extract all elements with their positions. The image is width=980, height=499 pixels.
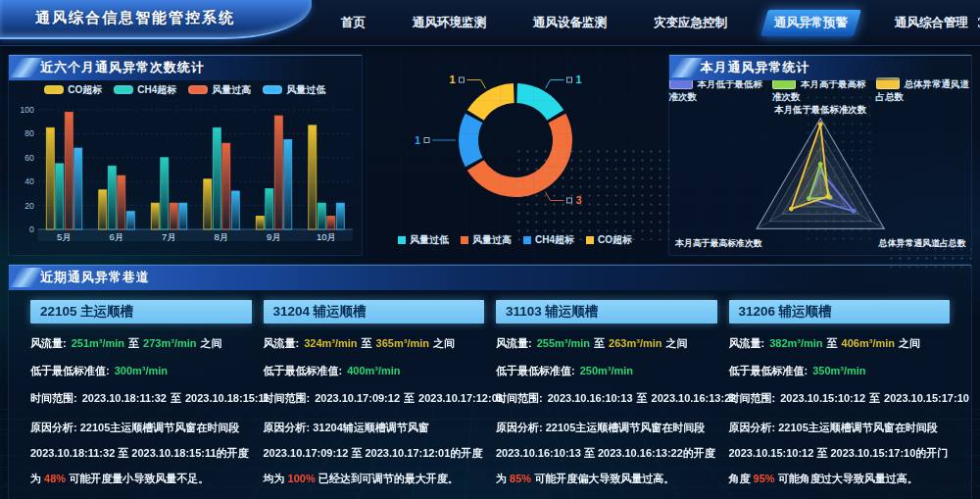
tunnel-card-body: 风流量:382m³/min至406m³/min之间 低于最低标准值:350m³/… <box>729 336 951 492</box>
radar-chart: 本月低于最低标准次数总体异常通风道占总数本月高于最高标准次数 <box>669 100 971 253</box>
panel-tunnels-title: 近期通风异常巷道 <box>9 265 971 290</box>
app-logo-banner: 通风综合信息智能管控系统 <box>0 0 312 39</box>
flow-min: 382m³/min <box>769 337 822 349</box>
svg-text:80: 80 <box>24 128 34 138</box>
svg-text:5月: 5月 <box>57 231 72 242</box>
legend-swatch <box>398 236 406 244</box>
tunnel-card-body: 风流量:324m³/min至365m³/min之间 低于最低标准值:400m³/… <box>264 336 485 492</box>
main-nav: 首页 通风环境监测 通风设备监测 灾变应急控制 通风异常预警 通风综合管理 <box>331 10 978 36</box>
time-end: 2023.10.15:17:10 <box>884 392 969 404</box>
svg-text:100: 100 <box>21 105 34 115</box>
analysis-row: 原因分析:31204辅运顺槽调节风窗 2023.10.17:09:12 至 20… <box>264 416 485 492</box>
dashboard: 通风综合信息智能管控系统 首页 通风环境监测 通风设备监测 灾变应急控制 通风异… <box>0 0 980 499</box>
flow-row: 风流量:382m³/min至406m³/min之间 <box>729 336 951 351</box>
time-end: 2023.10.17:12:01 <box>418 392 504 404</box>
svg-text:7月: 7月 <box>162 231 176 242</box>
standard-value: 300m³/min <box>115 365 168 376</box>
panel-recent-abnormal-tunnels: 近期通风异常巷道 22105 主运顺槽 风流量:251m³/min至273m³/… <box>8 264 972 499</box>
tunnel-card-body: 风流量:255m³/min至263m³/min之间 低于最低标准值:250m³/… <box>496 336 717 492</box>
svg-text:1: 1 <box>575 74 581 85</box>
radar-chart-legend: 本月低于最低标准次数 本月高于最高标准次数 总体异常通风道占总数 <box>669 80 971 100</box>
panel-current-month-title: 本月通风异常统计 <box>669 55 971 80</box>
svg-text:3: 3 <box>575 194 581 206</box>
time-range-row: 时间范围:2023.10.17:09:12至2023.10.17:12:01 <box>264 391 485 406</box>
svg-text:0: 0 <box>29 225 34 234</box>
standard-row: 低于最低标准值:400m³/min <box>264 364 485 378</box>
flow-max: 273m³/min <box>143 337 196 349</box>
svg-text:10月: 10月 <box>317 231 336 242</box>
standard-row: 低于最低标准值:350m³/min <box>729 364 951 378</box>
svg-text:20: 20 <box>24 201 34 211</box>
time-range-row: 时间范围:2023.10.15:10:12至2023.10.15:17:10 <box>729 391 951 406</box>
tunnel-card-31204: 31204 辅运顺槽 风流量:324m³/min至365m³/min之间 低于最… <box>264 300 485 492</box>
svg-text:总体异常通风道占总数: 总体异常通风道占总数 <box>877 238 965 248</box>
legend-item-flow-low[interactable]: 风量过低 <box>263 83 325 97</box>
app-header: 通风综合信息智能管控系统 首页 通风环境监测 通风设备监测 灾变应急控制 通风异… <box>0 0 980 46</box>
svg-text:60: 60 <box>24 153 34 163</box>
top-row: 近六个月通风异常次数统计 CO超标 CH4超标 风量过高 风量过低 020406… <box>0 46 980 256</box>
nav-item-home[interactable]: 首页 <box>331 10 375 36</box>
nav-item-device-monitor[interactable]: 通风设备监测 <box>523 10 616 36</box>
flow-max: 263m³/min <box>609 337 662 349</box>
legend-item-flow-high[interactable]: 风量过高 <box>188 83 251 97</box>
flow-row: 风流量:324m³/min至365m³/min之间 <box>264 336 485 351</box>
panel-six-month-title: 近六个月通风异常次数统计 <box>9 55 362 80</box>
legend-item-ch4[interactable]: CH4超标 <box>523 233 574 247</box>
svg-text:40: 40 <box>24 176 34 186</box>
standard-value: 350m³/min <box>812 365 865 376</box>
nav-item-comprehensive-mgmt[interactable]: 通风综合管理 <box>885 10 978 36</box>
standard-row: 低于最低标准值:250m³/min <box>496 364 717 378</box>
nav-item-env-monitor[interactable]: 通风环境监测 <box>403 10 496 36</box>
time-start: 2023.10.18:11:32 <box>82 392 167 404</box>
tunnel-card-title[interactable]: 31103 辅运顺槽 <box>496 300 717 324</box>
flow-max: 365m³/min <box>376 337 429 349</box>
analysis-row: 原因分析:22105主运顺槽调节风窗在时间段 2023.10.15:10:12 … <box>729 416 951 492</box>
donut-chart-legend: 风量过低 风量过高 CH4超标 CO超标 <box>398 230 632 250</box>
legend-swatch <box>586 236 594 244</box>
svg-text:1: 1 <box>449 74 455 85</box>
tunnel-cards: 22105 主运顺槽 风流量:251m³/min至273m³/min之间 低于最… <box>9 290 971 499</box>
nav-item-abnormal-warning[interactable]: 通风异常预警 <box>764 10 858 36</box>
standard-value: 250m³/min <box>580 365 633 376</box>
tunnel-card-31103: 31103 辅运顺槽 风流量:255m³/min至263m³/min之间 低于最… <box>496 300 717 492</box>
svg-text:8月: 8月 <box>215 231 229 242</box>
svg-text:9月: 9月 <box>267 231 281 242</box>
legend-item-ch4[interactable]: CH4超标 <box>114 83 176 97</box>
time-range-row: 时间范围:2023.10.16:10:13至2023.10.16:13:22 <box>496 391 717 406</box>
tunnel-card-22105: 22105 主运顺槽 风流量:251m³/min至273m³/min之间 低于最… <box>30 300 252 492</box>
time-end: 2023.10.16:13:22 <box>652 392 737 404</box>
time-start: 2023.10.15:10:12 <box>780 392 865 404</box>
legend-swatch <box>44 85 64 94</box>
nav-item-emergency-control[interactable]: 灾变应急控制 <box>644 10 737 36</box>
svg-text:本月低于最低标准次数: 本月低于最低标准次数 <box>773 104 866 115</box>
legend-swatch <box>188 85 208 94</box>
analysis-row: 原因分析:22105主运顺槽调节风窗在时间段 2023.10.16:10:13 … <box>496 416 717 492</box>
legend-swatch <box>523 236 531 244</box>
time-end: 2023.10.18:15:11 <box>185 392 270 404</box>
tunnel-card-title[interactable]: 22105 主运顺槽 <box>30 300 252 324</box>
analysis-row: 原因分析:22105主运顺槽调节风窗在时间段 2023.10.18:11:32 … <box>30 416 252 492</box>
svg-text:6月: 6月 <box>110 231 124 242</box>
time-range-row: 时间范围:2023.10.18:11:32至2023.10.18:15:11 <box>30 391 252 406</box>
bar-chart-legend: CO超标 CH4超标 风量过高 风量过低 <box>9 80 362 100</box>
legend-swatch <box>461 236 468 244</box>
flow-row: 风流量:255m³/min至263m³/min之间 <box>496 336 717 351</box>
flow-min: 324m³/min <box>304 337 357 349</box>
svg-text:本月高于最高标准次数: 本月高于最高标准次数 <box>673 238 761 248</box>
legend-item-co[interactable]: CO超标 <box>586 233 632 247</box>
standard-value: 400m³/min <box>347 365 400 376</box>
tunnel-card-title[interactable]: 31204 辅运顺槽 <box>264 300 485 324</box>
legend-swatch <box>114 85 133 94</box>
panel-six-month-stats: 近六个月通风异常次数统计 CO超标 CH4超标 风量过高 风量过低 020406… <box>8 54 363 256</box>
legend-item-flow-high[interactable]: 风量过高 <box>461 233 512 247</box>
svg-text:1: 1 <box>414 134 419 146</box>
panel-abnormal-type-donut: 1311 风量过低 风量过高 CH4超标 CO超标 <box>368 54 662 256</box>
tunnel-card-body: 风流量:251m³/min至273m³/min之间 低于最低标准值:300m³/… <box>30 336 252 492</box>
time-start: 2023.10.16:10:13 <box>548 392 633 404</box>
panel-current-month-stats: 本月通风异常统计 本月低于最低标准次数 本月高于最高标准次数 总体异常通风道占总… <box>668 54 972 256</box>
tunnel-card-title[interactable]: 31206 辅运顺槽 <box>729 300 951 324</box>
tunnel-card-31206: 31206 辅运顺槽 风流量:382m³/min至406m³/min之间 低于最… <box>729 300 951 492</box>
bar-chart: 0204060801005月6月7月8月9月10月 <box>9 100 362 249</box>
legend-item-flow-low[interactable]: 风量过低 <box>398 233 449 247</box>
legend-item-co[interactable]: CO超标 <box>44 83 102 97</box>
